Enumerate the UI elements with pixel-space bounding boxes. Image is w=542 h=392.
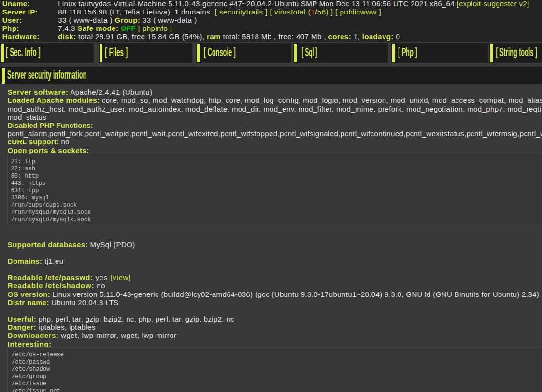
- svg-text:Server security information: Server security information: [7, 69, 87, 81]
- svg-text:[ Files ]: [ Files ]: [105, 45, 128, 58]
- svg-text:[ Php ]: [ Php ]: [398, 45, 417, 58]
- svg-text:[ Console ]: [ Console ]: [203, 45, 235, 58]
- svg-text:[ String tools ]: [ String tools ]: [496, 45, 537, 58]
- svg-text:[ Sec. Info ]: [ Sec. Info ]: [6, 45, 41, 58]
- svg-text:[ Sql ]: [ Sql ]: [301, 45, 317, 58]
